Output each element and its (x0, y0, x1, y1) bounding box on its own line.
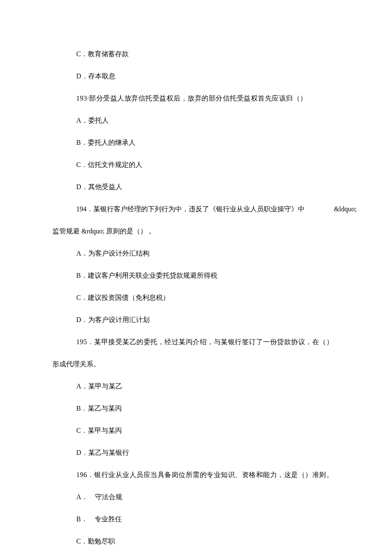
text-line: A． 守法合规 (52, 492, 371, 502)
text-line: D．某乙与某银行 (52, 448, 371, 458)
text-line: 193·部分受益人放弃信托受益权后，放弃的部分信托受益权首先应该归（） (52, 93, 371, 104)
text-line: C．信托文件规定的人 (52, 160, 371, 170)
text-line: 形成代理关系。 (52, 359, 371, 369)
text-line: A．某甲与某乙 (52, 381, 371, 391)
text-line: 监管规避 &rdquo; 原则的是（） 。 (52, 226, 371, 236)
text-line: D．为客户设计用汇计划 (52, 315, 371, 325)
text-line: C．某甲与某丙 (52, 426, 371, 436)
text-line: 195．某甲接受某乙的委托，经过某丙介绍，与某银行签订了一份贷款协议，在（） (52, 337, 371, 347)
text-line: B．委托人的继承人 (52, 138, 371, 148)
document-content: C．教育储蓄存款D．存本取息193·部分受益人放弃信托受益权后，放弃的部分信托受… (52, 49, 371, 555)
text-line: A．委托人 (52, 115, 371, 126)
text-line: C．建议投资国债（免利息税） (52, 293, 371, 303)
text-line: 196．银行业从业人员应当具备岗位所需的专业知识、资格和能力，这是（）准则。 (52, 470, 371, 480)
text-line: B． 专业胜任 (52, 514, 371, 524)
text-line: B．建议客户利用关联企业委托贷款规避所得税 (52, 270, 371, 281)
text-line: C．勤勉尽职 (52, 536, 371, 546)
text-line: D．存本取息 (52, 71, 371, 81)
text-span: 194．某银行客户经理的下列行为中，违反了《银行业从业人员职业操守》中 (76, 204, 305, 214)
text-line: A．为客户设计外汇结构 (52, 248, 371, 259)
text-line: D．其他受益人 (52, 182, 371, 192)
text-line: 194．某银行客户经理的下列行为中，违反了《银行业从业人员职业操守》中&ldqu… (52, 204, 371, 214)
text-line: B．某乙与某丙 (52, 403, 371, 414)
text-span: &ldquo; (305, 204, 371, 214)
text-line: C．教育储蓄存款 (52, 49, 371, 59)
